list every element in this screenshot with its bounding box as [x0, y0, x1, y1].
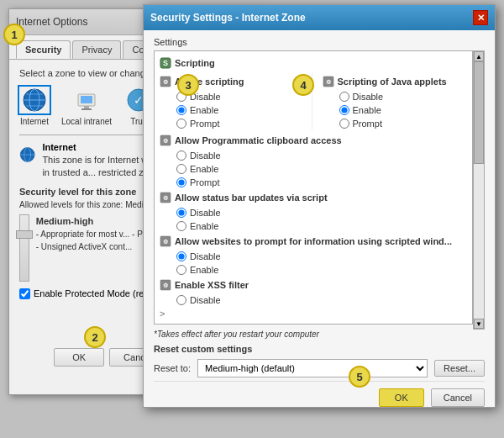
scripting-icon: S: [160, 57, 171, 69]
java-scripting-prompt-radio[interactable]: [339, 119, 349, 129]
active-scripting-icon: ⚙: [160, 76, 171, 87]
svg-text:⚙: ⚙: [163, 195, 168, 201]
scroll-thumb[interactable]: [474, 61, 484, 164]
status-bar-disable[interactable]: Disable: [156, 206, 470, 219]
svg-rect-6: [81, 96, 92, 103]
slider-thumb: [16, 230, 33, 239]
badge-3: 3: [177, 74, 199, 96]
java-scripting-enable-radio[interactable]: [339, 105, 349, 115]
java-scripting-disable[interactable]: Disable: [319, 90, 471, 103]
security-settings-dialog: Security Settings - Internet Zone ✕ Sett…: [143, 4, 496, 408]
scripted-wind-disable[interactable]: Disable: [156, 250, 470, 263]
scroll-down-btn[interactable]: ▼: [474, 319, 484, 329]
reset-section-title: Reset custom settings: [154, 344, 485, 354]
protected-mode-checkbox[interactable]: [19, 288, 30, 299]
dialog-close-button[interactable]: ✕: [473, 10, 488, 25]
status-bar-label: Allow status bar updates via script: [175, 193, 328, 203]
status-bar-enable[interactable]: Enable: [156, 219, 470, 233]
zone-local-intranet[interactable]: Local intranet: [61, 87, 112, 126]
programmatic-icon: ⚙: [160, 135, 171, 146]
programmatic-prompt[interactable]: Prompt: [156, 176, 470, 189]
xss-icon: ⚙: [160, 279, 171, 291]
scroll-bottom: >: [156, 307, 470, 320]
restart-note: *Takes effect after you restart your com…: [154, 330, 485, 339]
svg-rect-7: [84, 106, 89, 108]
reset-button[interactable]: Reset...: [434, 360, 485, 377]
security-slider[interactable]: [19, 214, 29, 282]
xss-label: Enable XSS filter: [175, 280, 249, 290]
tab-security[interactable]: Security: [16, 40, 71, 59]
java-scripting-header: ⚙ Scripting of Java applets: [319, 73, 471, 90]
reset-select[interactable]: Medium-high (default) Medium Low: [197, 359, 428, 377]
java-scripting-disable-radio[interactable]: [339, 92, 349, 102]
active-scripting-disable[interactable]: Disable: [156, 90, 308, 103]
programmatic-label: Allow Programmatic clipboard access: [175, 135, 342, 145]
java-scripting-col: ⚙ Scripting of Java applets Disable Enab…: [312, 73, 471, 130]
reset-row: Reset to: Medium-high (default) Medium L…: [154, 359, 485, 377]
java-scripting-enable-label: Enable: [353, 105, 381, 115]
scroll-track: [474, 61, 484, 319]
xss-disable-radio[interactable]: [176, 295, 186, 305]
active-scripting-enable[interactable]: Enable: [156, 103, 308, 117]
active-scripting-prompt-radio[interactable]: [176, 119, 186, 129]
svg-rect-8: [81, 108, 92, 110]
scrollbar[interactable]: ▲ ▼: [473, 50, 485, 330]
java-scripting-label: Scripting of Java applets: [338, 77, 447, 87]
scripted-wind-disable-radio[interactable]: [176, 251, 186, 261]
dialog-titlebar: Security Settings - Internet Zone ✕: [144, 5, 495, 30]
programmatic-header: ⚙ Allow Programmatic clipboard access: [156, 132, 470, 149]
zone-internet[interactable]: Internet: [19, 87, 50, 126]
local-intranet-label: Local intranet: [61, 117, 112, 126]
badge-5: 5: [349, 366, 370, 388]
java-scripting-enable[interactable]: Enable: [319, 103, 471, 117]
active-scripting-prompt-label: Prompt: [190, 119, 219, 129]
java-scripting-icon: ⚙: [323, 76, 334, 87]
active-scripting-enable-radio[interactable]: [176, 105, 186, 115]
status-bar-enable-radio[interactable]: [176, 221, 186, 231]
badge-4: 4: [292, 74, 314, 96]
internet-options-title: Internet Options: [16, 16, 87, 28]
xss-header: ⚙ Enable XSS filter: [156, 277, 470, 293]
internet-zone-icon: [19, 87, 50, 113]
scripted-wind-header: ⚙ Allow websites to prompt for informati…: [156, 233, 470, 250]
tab-privacy[interactable]: Privacy: [72, 40, 121, 59]
status-bar-disable-radio[interactable]: [176, 208, 186, 218]
programmatic-prompt-radio[interactable]: [176, 177, 186, 187]
badge-1: 1: [3, 24, 25, 45]
programmatic-enable[interactable]: Enable: [156, 162, 470, 176]
settings-label: Settings: [154, 37, 485, 47]
settings-list: S Scripting ⚙ Active scripting: [154, 50, 473, 325]
scripted-wind-label: Allow websites to prompt for information…: [175, 236, 452, 246]
scripting-group-header: S Scripting: [156, 55, 470, 71]
svg-text:S: S: [163, 59, 168, 67]
dialog-ok-button[interactable]: OK: [379, 388, 424, 407]
scripted-wind-enable[interactable]: Enable: [156, 263, 470, 277]
io-ok-button[interactable]: OK: [54, 348, 104, 367]
active-scripting-prompt[interactable]: Prompt: [156, 117, 308, 130]
programmatic-enable-radio[interactable]: [176, 164, 186, 174]
scripted-wind-icon: ⚙: [160, 235, 171, 247]
status-bar-header: ⚙ Allow status bar updates via script: [156, 189, 470, 206]
programmatic-disable[interactable]: Disable: [156, 149, 470, 162]
dialog-cancel-button[interactable]: Cancel: [431, 388, 485, 407]
svg-text:⚙: ⚙: [326, 79, 331, 85]
programmatic-disable-radio[interactable]: [176, 150, 186, 161]
internet-desc-icon: [19, 142, 35, 167]
local-intranet-icon: [71, 87, 102, 113]
scripted-wind-enable-radio[interactable]: [176, 265, 186, 275]
internet-zone-label: Internet: [20, 117, 49, 126]
reset-to-label: Reset to:: [154, 363, 191, 373]
active-scripting-enable-label: Enable: [190, 105, 218, 115]
dialog-title: Security Settings - Internet Zone: [150, 12, 306, 24]
status-bar-icon: ⚙: [160, 192, 171, 203]
java-scripting-disable-label: Disable: [353, 92, 384, 102]
scroll-up-btn[interactable]: ▲: [474, 51, 484, 61]
settings-list-wrapper: S Scripting ⚙ Active scripting: [154, 50, 485, 330]
svg-text:⚙: ⚙: [163, 138, 168, 144]
reset-section: Reset custom settings Reset to: Medium-h…: [154, 344, 485, 377]
dialog-footer: OK Cancel: [154, 381, 485, 407]
scripting-label: Scripting: [175, 58, 215, 68]
java-scripting-prompt[interactable]: Prompt: [319, 117, 471, 130]
svg-text:⚙: ⚙: [163, 79, 168, 85]
xss-disable[interactable]: Disable: [156, 293, 470, 307]
